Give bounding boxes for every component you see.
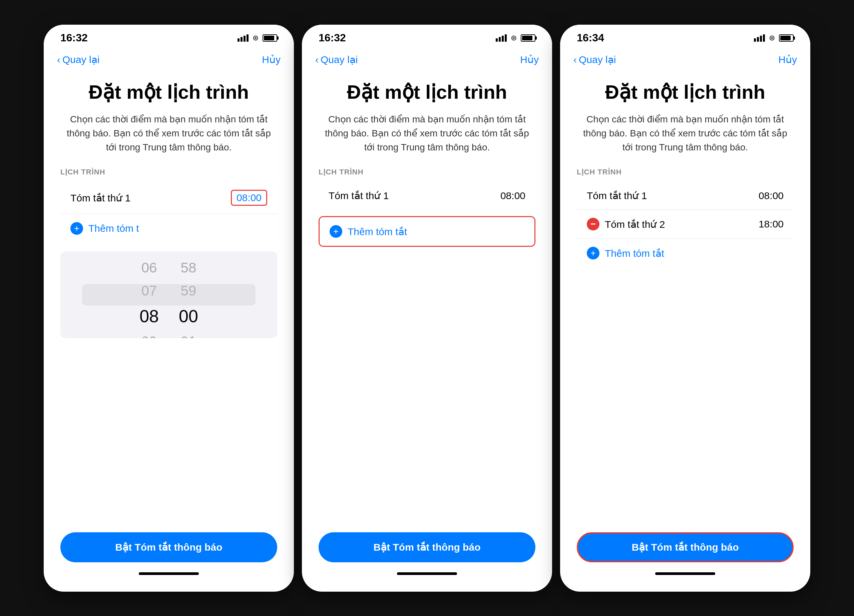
signal-icon-3 [754, 34, 765, 42]
battery-icon-1 [262, 34, 277, 42]
schedule-item-label-3-0: Tóm tắt thứ 1 [587, 190, 647, 201]
schedule-item-label-3-1: Tóm tắt thứ 2 [605, 218, 665, 230]
home-indicator-1 [139, 572, 199, 575]
add-icon-3: + [587, 247, 599, 259]
picker-hour-08[interactable]: 08 [139, 304, 159, 328]
add-item-label-2: Thêm tóm tắt [348, 226, 407, 238]
add-item-wrapper-2[interactable]: + Thêm tóm tắt [319, 216, 535, 247]
wifi-icon-2: ⊛ [511, 34, 517, 42]
schedule-item-3-1[interactable]: − Tóm tắt thứ 2 18:00 [577, 210, 794, 239]
add-item-2[interactable]: + Thêm tóm tắt [320, 217, 534, 246]
picker-hour-07[interactable]: 07 [142, 281, 157, 301]
picker-minute-column-1[interactable]: 58 59 00 01 02 [179, 258, 198, 331]
home-indicator-3 [655, 572, 715, 575]
nav-bar-1: ‹ Quay lại Hủy [44, 48, 294, 72]
bottom-area-2: Bật Tóm tắt thông báo [302, 522, 552, 592]
page-description-1: Chọn các thời điểm mà bạn muốn nhận tóm … [60, 113, 277, 154]
schedule-item-2-0[interactable]: Tóm tắt thứ 1 08:00 [319, 182, 535, 209]
schedule-item-label-2-0: Tóm tắt thứ 1 [329, 190, 389, 201]
phone-screen-2: 16:32 ⊛ ‹ Quay lại Hủy [302, 25, 552, 592]
picker-minute-01[interactable]: 01 [181, 332, 197, 338]
bottom-area-3: Bật Tóm tắt thông báo [560, 522, 810, 592]
back-button-2[interactable]: ‹ Quay lại [315, 54, 358, 66]
picker-minute-58[interactable]: 58 [181, 258, 197, 278]
phone-screen-3: 16:34 ⊛ ‹ Quay lại Hủy [560, 25, 810, 592]
page-title-2: Đặt một lịch trình [319, 81, 535, 103]
remove-icon-3[interactable]: − [587, 218, 599, 230]
section-label-3: LỊCH TRÌNH [577, 168, 794, 177]
signal-icon-2 [496, 34, 507, 42]
status-time-3: 16:34 [577, 32, 604, 44]
picker-highlight-1 [82, 284, 256, 305]
picker-hour-09[interactable]: 09 [142, 332, 157, 338]
action-button-2[interactable]: Bật Tóm tắt thông báo [319, 532, 535, 562]
cancel-button-3[interactable]: Hủy [778, 54, 797, 66]
picker-minute-59[interactable]: 59 [181, 281, 197, 301]
schedule-list-1: Tóm tắt thứ 1 08:00 + Thêm tóm t [60, 182, 277, 243]
status-bar-3: 16:34 ⊛ [560, 25, 810, 48]
status-time-1: 16:32 [60, 32, 88, 44]
schedule-item-time-2-0[interactable]: 08:00 [500, 190, 525, 201]
content-3: Đặt một lịch trình Chọn các thời điểm mà… [560, 72, 810, 522]
chevron-left-icon-1: ‹ [57, 54, 60, 66]
status-icons-3: ⊛ [754, 34, 794, 42]
wifi-icon-1: ⊛ [253, 34, 259, 42]
bottom-area-1: Bật Tóm tắt thông báo [44, 522, 294, 592]
page-title-1: Đặt một lịch trình [60, 81, 277, 103]
add-icon-2: + [329, 225, 342, 238]
home-indicator-2 [397, 572, 457, 575]
page-title-3: Đặt một lịch trình [577, 81, 794, 103]
schedule-item-label-1-0: Tóm tắt thứ 1 [70, 192, 130, 204]
section-label-2: LỊCH TRÌNH [319, 168, 535, 177]
status-bar-2: 16:32 ⊛ [302, 25, 552, 48]
battery-icon-3 [779, 34, 794, 42]
time-picker-1[interactable]: 06 07 08 09 10 58 59 00 01 02 [60, 252, 277, 338]
schedule-item-1-0[interactable]: Tóm tắt thứ 1 08:00 [60, 182, 277, 214]
chevron-left-icon-3: ‹ [573, 54, 577, 66]
cancel-button-1[interactable]: Hủy [262, 54, 281, 66]
page-description-2: Chọn các thời điểm mà bạn muốn nhận tóm … [319, 113, 535, 154]
add-item-3[interactable]: + Thêm tóm tắt [577, 239, 794, 267]
content-1: Đặt một lịch trình Chọn các thời điểm mà… [44, 72, 294, 522]
action-button-1[interactable]: Bật Tóm tắt thông báo [60, 532, 277, 562]
status-time-2: 16:32 [319, 32, 346, 44]
picker-hour-column-1[interactable]: 06 07 08 09 10 [139, 258, 159, 331]
picker-minute-00[interactable]: 00 [179, 304, 198, 328]
cancel-button-2[interactable]: Hủy [520, 54, 539, 66]
action-button-3[interactable]: Bật Tóm tắt thông báo [577, 532, 794, 562]
schedule-item-time-3-1[interactable]: 18:00 [759, 218, 784, 230]
schedule-item-3-0[interactable]: Tóm tắt thứ 1 08:00 [577, 182, 794, 210]
phone-screen-1: 16:32 ⊛ ‹ Quay lại Hủy [44, 25, 294, 592]
battery-icon-2 [521, 34, 535, 42]
add-item-1[interactable]: + Thêm tóm t [60, 214, 277, 243]
wifi-icon-3: ⊛ [769, 34, 775, 42]
signal-icon-1 [238, 34, 249, 42]
section-label-1: LỊCH TRÌNH [60, 168, 277, 177]
add-item-label-1: Thêm tóm t [88, 223, 139, 234]
back-button-3[interactable]: ‹ Quay lại [573, 54, 616, 66]
add-icon-1: + [70, 222, 83, 235]
status-bar-1: 16:32 ⊛ [44, 25, 294, 48]
content-2: Đặt một lịch trình Chọn các thời điểm mà… [302, 72, 552, 522]
back-button-1[interactable]: ‹ Quay lại [57, 54, 99, 66]
schedule-list-3: Tóm tắt thứ 1 08:00 − Tóm tắt thứ 2 18:0… [577, 182, 794, 267]
add-item-label-3: Thêm tóm tắt [605, 247, 664, 259]
nav-bar-2: ‹ Quay lại Hủy [302, 48, 552, 72]
schedule-item-time-1-0[interactable]: 08:00 [231, 190, 267, 206]
schedule-list-2: Tóm tắt thứ 1 08:00 [319, 182, 535, 209]
chevron-left-icon-2: ‹ [315, 54, 319, 66]
picker-hour-06[interactable]: 06 [142, 258, 157, 278]
status-icons-1: ⊛ [238, 34, 277, 42]
status-icons-2: ⊛ [496, 34, 535, 42]
screens-container: 16:32 ⊛ ‹ Quay lại Hủy [0, 0, 854, 616]
page-description-3: Chọn các thời điểm mà bạn muốn nhận tóm … [577, 113, 794, 154]
schedule-item-time-3-0[interactable]: 08:00 [759, 190, 784, 201]
nav-bar-3: ‹ Quay lại Hủy [560, 48, 810, 72]
